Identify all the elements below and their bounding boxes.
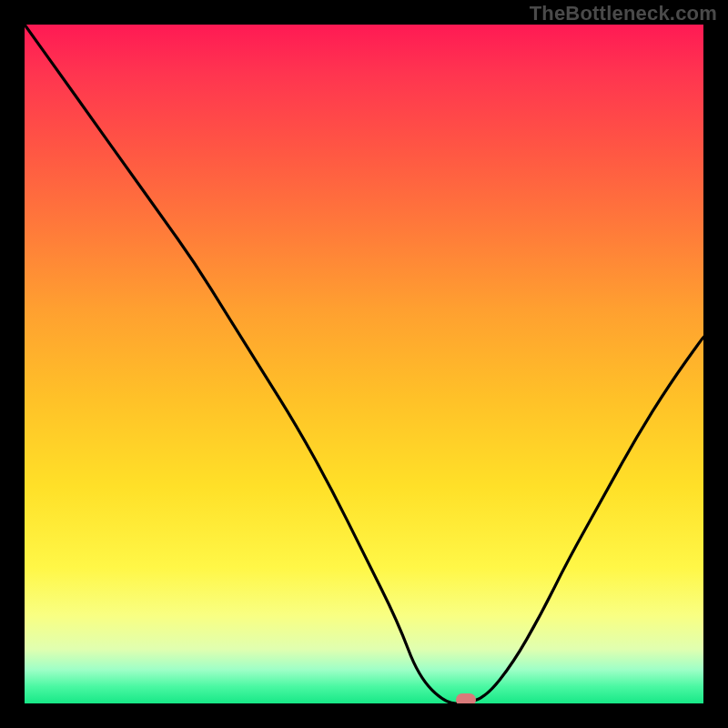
watermark-label: TheBottleneck.com	[530, 2, 717, 25]
optimal-point-marker	[456, 693, 476, 703]
plot-area	[25, 25, 703, 703]
bottleneck-curve	[25, 25, 703, 703]
chart-frame: TheBottleneck.com	[0, 0, 728, 728]
